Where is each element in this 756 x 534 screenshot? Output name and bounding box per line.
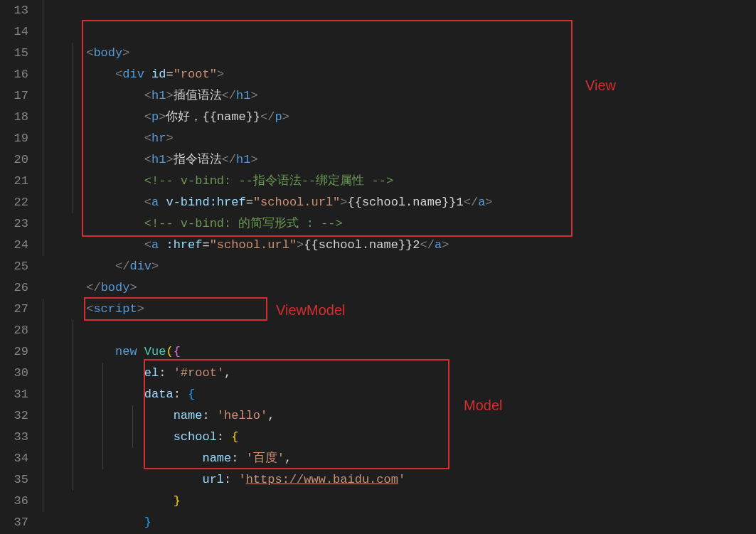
line-number: 27 — [0, 299, 28, 320]
code-line[interactable]: <script> — [43, 277, 756, 299]
code-line[interactable]: <h1>插值语法</h1> — [43, 43, 756, 64]
line-number: 16 — [0, 64, 28, 85]
viewmodel-annotation-label: ViewModel — [276, 299, 345, 321]
line-number: 21 — [0, 171, 28, 192]
line-number: 14 — [0, 21, 28, 43]
line-number: 26 — [0, 277, 28, 299]
line-number: 20 — [0, 149, 28, 171]
code-line[interactable]: el: '#root', — [43, 320, 756, 341]
line-number: 25 — [0, 256, 28, 277]
line-number: 35 — [0, 469, 28, 491]
line-number: 33 — [0, 427, 28, 448]
line-number: 24 — [0, 235, 28, 256]
line-number: 34 — [0, 448, 28, 469]
line-number-gutter: 13 14 15 16 17 18 19 20 21 22 23 24 25 2… — [0, 0, 43, 534]
line-number: 18 — [0, 107, 28, 128]
code-editor: 13 14 15 16 17 18 19 20 21 22 23 24 25 2… — [0, 0, 756, 534]
line-number: 13 — [0, 0, 28, 21]
model-annotation-label: Model — [464, 395, 502, 416]
view-annotation-label: View — [585, 75, 616, 96]
line-number: 31 — [0, 384, 28, 405]
line-number: 19 — [0, 128, 28, 149]
code-line[interactable]: new Vue({ — [43, 299, 756, 320]
line-number: 17 — [0, 85, 28, 107]
line-number: 15 — [0, 43, 28, 64]
line-number: 29 — [0, 341, 28, 363]
line-number: 30 — [0, 363, 28, 384]
line-number: 22 — [0, 192, 28, 213]
line-number: 32 — [0, 405, 28, 427]
code-content-area[interactable]: <body> <div id="root"> <h1>插值语法</h1> <p>… — [43, 0, 756, 534]
code-line[interactable]: <div id="root"> — [43, 21, 756, 43]
code-line[interactable]: <body> — [43, 0, 756, 21]
line-number: 28 — [0, 320, 28, 341]
line-number: 23 — [0, 213, 28, 235]
line-number: 37 — [0, 512, 28, 533]
line-number: 36 — [0, 491, 28, 512]
